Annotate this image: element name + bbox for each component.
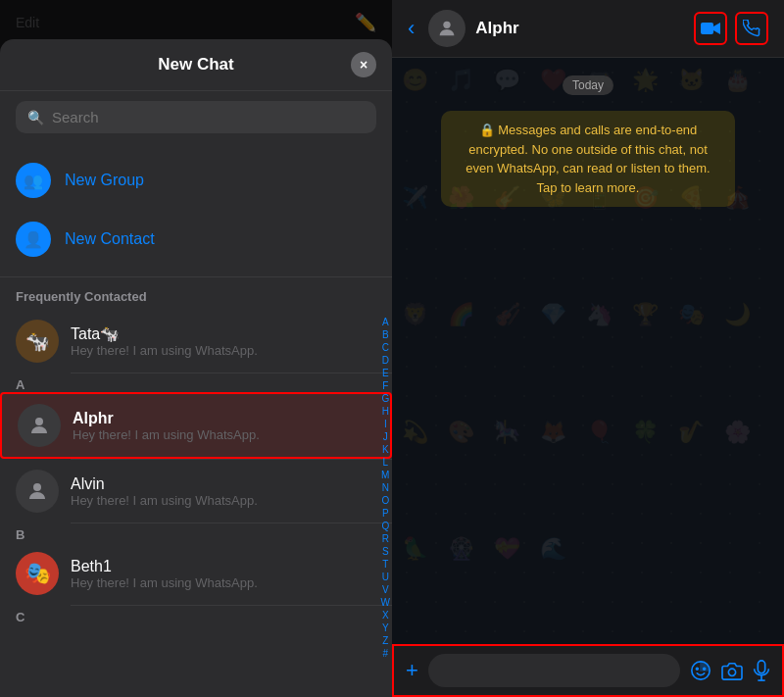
modal-sheet: New Chat × 🔍 👥 New Group 👤 New Contact [0,39,392,697]
svg-rect-8 [758,661,764,673]
menu-items-list: 👥 New Group 👤 New Contact [0,143,392,277]
beth1-avatar: 🎭 [16,552,59,595]
right-panel: ‹ Alphr 😊🎵💬 [392,0,784,697]
alpha-m[interactable]: M [381,469,389,481]
svg-point-1 [33,483,41,491]
alpha-w[interactable]: W [381,596,390,609]
search-icon: 🔍 [27,110,44,125]
alpha-d[interactable]: D [382,354,389,367]
alphabet-index: A B C D E F G H I J K L M N O P Q [381,316,390,660]
alpha-n[interactable]: N [382,481,389,494]
contacts-scroll[interactable]: Frequently Contacted 🐄 Tata🐄 Hey there! … [0,277,392,697]
alpha-s[interactable]: S [382,545,389,558]
modal-title: New Chat [158,55,233,75]
svg-point-7 [728,669,735,675]
new-group-label: New Group [65,172,144,189]
alpha-t[interactable]: T [382,558,388,571]
chat-contact-name: Alphr [475,19,684,38]
contact-tata[interactable]: 🐄 Tata🐄 Hey there! I am using WhatsApp. [0,310,392,373]
chat-toolbar: + [392,644,784,697]
chat-action-buttons [694,12,768,45]
alvin-avatar [16,470,59,513]
new-group-item[interactable]: 👥 New Group [0,151,392,210]
search-input[interactable] [52,109,365,125]
alpha-b[interactable]: B [382,328,389,341]
svg-rect-3 [701,23,713,34]
contact-alphr[interactable]: Alphr Hey there! I am using WhatsApp. [0,392,392,459]
chat-contact-avatar [428,10,466,47]
alpha-x[interactable]: X [382,609,389,622]
alpha-p[interactable]: P [382,507,389,520]
alvin-status: Hey there! I am using WhatsApp. [71,493,376,508]
chat-background: 😊🎵💬 ❤️🎮🌟 🐱🎂✈️ 🌺🎸🦋 📱🎯🍕 🎪🦁🌈 🎻💎🦄 🏆🎭🌙 💫🎨🎠 🦊🎈… [392,58,784,644]
video-call-button[interactable] [694,12,727,45]
alpha-q[interactable]: Q [381,520,389,532]
svg-point-0 [35,418,43,425]
section-c: C [0,606,392,624]
mic-button[interactable] [753,660,770,681]
alvin-info: Alvin Hey there! I am using WhatsApp. [71,475,376,508]
beth1-name: Beth1 [71,558,376,575]
frequently-contacted-header: Frequently Contacted [0,277,392,310]
tata-status: Hey there! I am using WhatsApp. [71,343,376,358]
alvin-name: Alvin [71,475,376,493]
alpha-g[interactable]: G [381,392,389,405]
alpha-r[interactable]: R [382,532,389,545]
alpha-k[interactable]: K [382,443,389,456]
encryption-notice[interactable]: 🔒 Messages and calls are end-to-end encr… [441,111,735,207]
tata-avatar: 🐄 [16,320,59,363]
sticker-button[interactable] [690,660,711,681]
search-bar[interactable]: 🔍 [16,101,376,133]
alpha-u[interactable]: U [382,571,389,583]
beth1-status: Hey there! I am using WhatsApp. [71,575,376,590]
alphr-name: Alphr [73,410,374,427]
section-a: A [0,373,392,392]
alpha-c[interactable]: C [382,341,389,354]
svg-point-2 [444,22,451,28]
modal-header: New Chat × [0,39,392,91]
left-panel: Edit ✏️ New Chat × 🔍 👥 New Group [0,0,392,697]
modal-close-button[interactable]: × [351,52,376,77]
camera-button[interactable] [721,661,743,680]
new-group-icon: 👥 [16,163,51,198]
alpha-y[interactable]: Y [382,622,389,634]
new-contact-item[interactable]: 👤 New Contact [0,210,392,269]
alpha-a[interactable]: A [382,316,389,328]
new-chat-modal: New Chat × 🔍 👥 New Group 👤 New Contact [0,0,392,697]
new-contact-icon: 👤 [16,222,51,257]
message-input-area[interactable] [428,654,680,687]
alpha-e[interactable]: E [382,367,389,379]
new-contact-label: New Contact [65,230,155,248]
contact-alvin[interactable]: Alvin Hey there! I am using WhatsApp. [0,460,392,523]
svg-point-6 [704,668,706,670]
message-input[interactable] [440,663,668,679]
alpha-f[interactable]: F [382,379,388,392]
chat-messages: Today 🔒 Messages and calls are end-to-en… [392,58,784,224]
section-b: B [0,523,392,542]
alpha-i[interactable]: I [384,418,387,430]
encryption-text: 🔒 Messages and calls are end-to-end encr… [466,123,710,195]
tata-info: Tata🐄 Hey there! I am using WhatsApp. [71,324,376,358]
alphr-status: Hey there! I am using WhatsApp. [73,427,374,442]
alpha-l[interactable]: L [382,456,388,469]
plus-button[interactable]: + [406,658,418,683]
alpha-v[interactable]: V [382,583,389,596]
alpha-hash[interactable]: # [382,647,388,660]
back-button[interactable]: ‹ [408,16,415,41]
alphr-avatar [18,404,61,447]
alphr-info: Alphr Hey there! I am using WhatsApp. [73,410,374,442]
contact-beth1[interactable]: 🎭 Beth1 Hey there! I am using WhatsApp. [0,542,392,605]
tata-name: Tata🐄 [71,324,376,343]
alpha-o[interactable]: O [381,494,389,507]
close-icon: × [360,57,368,73]
alpha-z[interactable]: Z [382,634,388,647]
beth1-info: Beth1 Hey there! I am using WhatsApp. [71,558,376,590]
alpha-j[interactable]: J [383,430,388,443]
date-badge: Today [563,75,613,95]
chat-header: ‹ Alphr [392,0,784,58]
svg-point-5 [696,668,698,670]
alpha-h[interactable]: H [382,405,389,418]
audio-call-button[interactable] [735,12,768,45]
